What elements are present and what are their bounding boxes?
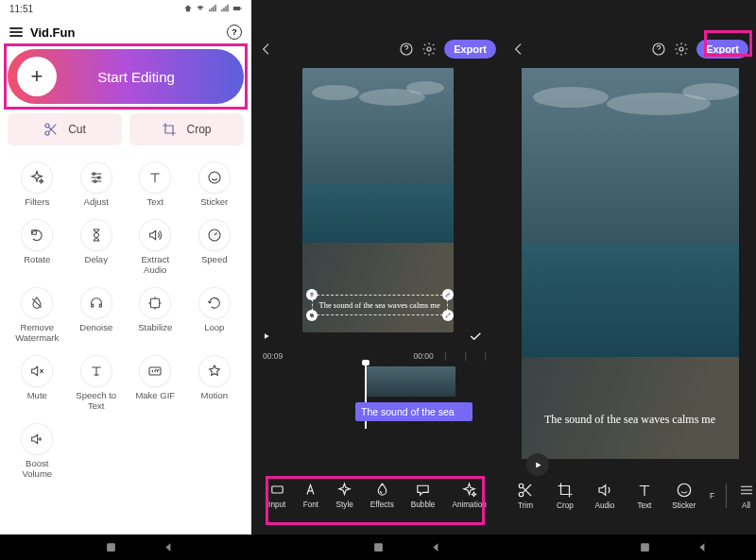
- help-icon[interactable]: [399, 42, 414, 57]
- text-track[interactable]: The sound of the sea: [355, 402, 472, 421]
- rotate-icon: [29, 228, 44, 243]
- scissors-icon: [517, 482, 534, 499]
- help-icon[interactable]: [651, 42, 666, 57]
- tool-speed[interactable]: Speed: [185, 220, 245, 275]
- overlay-copy-icon[interactable]: [306, 310, 318, 321]
- menu-icon: [738, 482, 755, 499]
- tool-remove-watermark[interactable]: Remove Watermark: [8, 288, 67, 343]
- timeline-clips[interactable]: [365, 366, 455, 397]
- tool-mute[interactable]: Mute: [8, 356, 67, 411]
- caption-text: The sound of the sea waves calms me: [522, 413, 739, 427]
- tool-extract-audio[interactable]: Extract Audio: [126, 220, 185, 275]
- android-navbar: [0, 535, 756, 560]
- tool-boost-volume[interactable]: Boost Volume: [8, 424, 67, 479]
- cut-button[interactable]: Cut: [8, 113, 122, 145]
- plus-icon: +: [17, 57, 57, 96]
- menu-icon[interactable]: [9, 27, 23, 37]
- sparkle-icon: [29, 170, 44, 185]
- svg-point-21: [678, 484, 691, 497]
- time-label-start: 00:09: [263, 351, 283, 361]
- volume-up-icon: [29, 432, 44, 447]
- svg-point-19: [519, 484, 524, 488]
- tool-stabilize[interactable]: Stabilize: [126, 288, 185, 343]
- tool-sticker[interactable]: Sticker: [185, 162, 245, 207]
- tool-adjust[interactable]: Adjust: [67, 162, 127, 207]
- time-label-current: 00:00: [414, 351, 434, 361]
- settings-icon[interactable]: [674, 42, 689, 57]
- video-preview[interactable]: The sound of the sea waves calms me: [522, 68, 739, 459]
- svg-rect-10: [151, 299, 160, 308]
- status-time: 11:51: [9, 4, 33, 14]
- speed-icon: [207, 228, 222, 243]
- headphone-icon: [89, 296, 104, 311]
- recents-icon[interactable]: [580, 540, 594, 554]
- text-icon: [147, 170, 163, 185]
- status-bar: [251, 0, 504, 17]
- svg-point-2: [45, 124, 49, 127]
- status-bar: 11:51: [0, 0, 251, 17]
- play-button[interactable]: [257, 327, 276, 346]
- main-tool-sticker[interactable]: Sticker: [668, 482, 700, 510]
- svg-point-18: [679, 47, 683, 51]
- tool-denoise[interactable]: Denoise: [67, 288, 127, 343]
- crop-icon: [557, 482, 574, 499]
- overlay-delete-icon[interactable]: [306, 289, 318, 300]
- main-tool-text[interactable]: Text: [628, 482, 661, 510]
- audio-icon: [596, 482, 613, 499]
- svg-point-7: [209, 172, 220, 183]
- main-tool-crop[interactable]: Crop: [549, 482, 581, 510]
- nav-back-icon[interactable]: [429, 540, 443, 554]
- text-icon: [636, 482, 653, 499]
- tool-loop[interactable]: Loop: [185, 288, 245, 343]
- overlay-scale-icon[interactable]: [442, 310, 454, 321]
- back-icon[interactable]: [259, 42, 274, 57]
- annotation-highlight-text-tools: [266, 476, 485, 525]
- crop-button[interactable]: Crop: [129, 113, 244, 145]
- video-preview[interactable]: The sound of the sea waves calms me: [302, 68, 454, 332]
- main-tool-audio[interactable]: Audio: [589, 482, 621, 510]
- mute-icon: [29, 364, 44, 379]
- loop-icon: [207, 296, 222, 311]
- tool-text[interactable]: Text: [126, 162, 185, 207]
- app-header: Vid.Fun ?: [0, 17, 251, 47]
- overlay-edit-icon[interactable]: [442, 289, 454, 300]
- home-icon[interactable]: [638, 540, 652, 554]
- settings-icon[interactable]: [421, 42, 437, 57]
- svg-rect-1: [241, 8, 242, 9]
- main-tool-trim[interactable]: Trim: [509, 482, 541, 510]
- crop-label: Crop: [186, 123, 211, 136]
- home-icon[interactable]: [104, 540, 118, 554]
- svg-rect-22: [107, 543, 115, 552]
- tool-delay[interactable]: Delay: [67, 220, 127, 275]
- confirm-button[interactable]: [466, 327, 485, 346]
- audio-icon: [147, 228, 163, 243]
- sliders-icon: [89, 170, 104, 185]
- hourglass-icon: [89, 228, 104, 243]
- tool-speech-to-text[interactable]: Speech to Text: [67, 356, 127, 411]
- nav-back-icon[interactable]: [696, 540, 710, 554]
- recents-icon[interactable]: [314, 540, 328, 554]
- main-tool-all[interactable]: All: [736, 482, 756, 510]
- main-tool-more[interactable]: F: [708, 492, 716, 501]
- tool-motion[interactable]: Motion: [185, 356, 245, 411]
- tool-filters[interactable]: Filters: [8, 162, 67, 207]
- divider: [726, 484, 727, 508]
- svg-point-13: [427, 47, 431, 51]
- gif-icon: [147, 364, 163, 379]
- tool-make-gif[interactable]: Make GIF: [126, 356, 185, 411]
- nav-back-icon[interactable]: [162, 540, 176, 554]
- status-icons: [183, 4, 242, 13]
- export-button[interactable]: Export: [444, 40, 496, 59]
- back-icon[interactable]: [511, 42, 526, 57]
- tool-rotate[interactable]: Rotate: [8, 220, 67, 275]
- status-bar: [504, 0, 756, 17]
- recents-icon[interactable]: [46, 540, 60, 554]
- home-icon[interactable]: [371, 540, 386, 554]
- tool-grid: Filters Adjust Text Sticker Rotate Delay…: [0, 153, 251, 488]
- help-icon[interactable]: ?: [227, 25, 242, 40]
- timeline-ruler: 00:09 00:00 | | |: [251, 351, 504, 361]
- app-title: Vid.Fun: [30, 25, 75, 40]
- caption-overlay[interactable]: The sound of the sea waves calms me: [312, 295, 448, 315]
- svg-point-3: [45, 131, 49, 135]
- start-editing-button[interactable]: + Start Editing: [8, 49, 244, 104]
